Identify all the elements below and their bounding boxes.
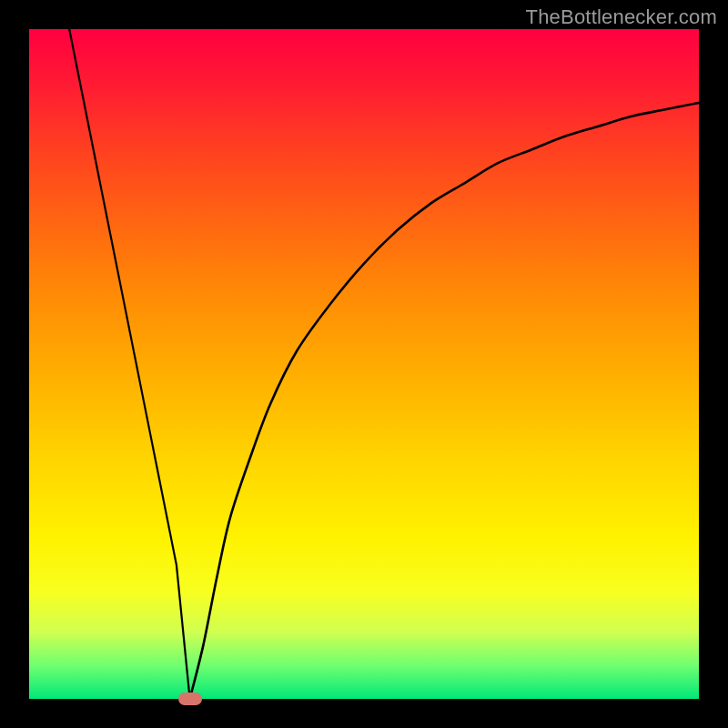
bottleneck-curve-left xyxy=(69,29,189,699)
bottleneck-curve-right xyxy=(190,103,699,699)
plot-area xyxy=(29,29,699,699)
optimum-marker xyxy=(178,693,202,705)
attribution-label: TheBottlenecker.com xyxy=(526,5,717,29)
chart-frame: TheBottlenecker.com xyxy=(0,0,728,728)
curve-layer xyxy=(29,29,699,699)
